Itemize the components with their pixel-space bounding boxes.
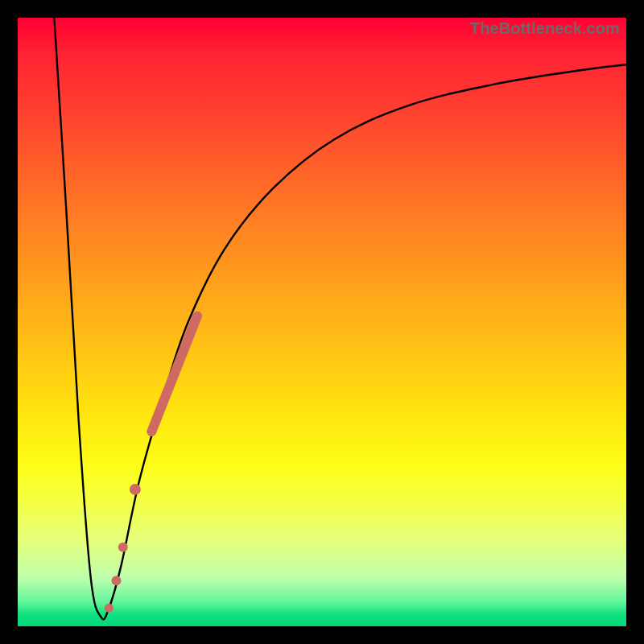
- chart-frame: TheBottleneck.com: [0, 0, 644, 644]
- highlight-band-top: [151, 316, 197, 431]
- bottleneck-curve: [54, 18, 626, 619]
- highlight-dot-3: [111, 576, 121, 585]
- curve-layer: [18, 18, 626, 626]
- highlight-dot-2: [118, 543, 128, 552]
- highlight-dot-bottom: [105, 604, 114, 613]
- plot-area: TheBottleneck.com: [18, 18, 626, 626]
- highlight-dot-1: [130, 484, 141, 495]
- marker-layer: [105, 316, 197, 612]
